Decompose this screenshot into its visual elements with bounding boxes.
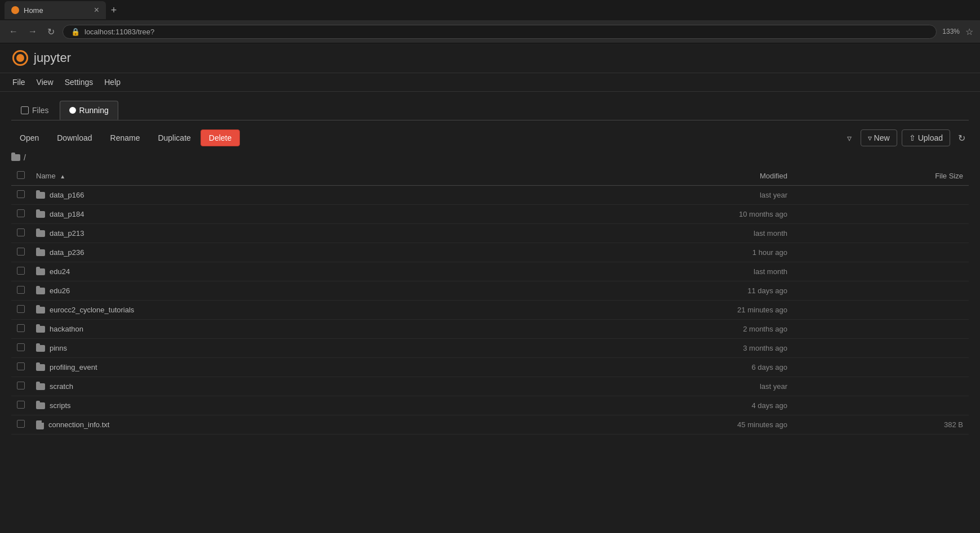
browser-tab[interactable]: Home × [5,1,106,19]
url-box[interactable]: 🔒 localhost:11083/tree? [63,25,937,39]
menu-help[interactable]: Help [103,75,122,89]
row-name-link[interactable]: edu24 [50,267,70,276]
menu-file[interactable]: File [11,75,26,89]
rename-button[interactable]: Rename [102,129,149,146]
download-button[interactable]: Download [48,129,100,146]
tab-running-label: Running [79,106,109,115]
refresh-button[interactable]: ↻ [955,131,969,146]
duplicate-button[interactable]: Duplicate [149,129,199,146]
file-icon [36,420,44,429]
row-filesize [793,224,969,243]
row-modified: 3 months ago [519,339,793,358]
row-checkbox[interactable] [17,190,25,198]
new-tab-button[interactable]: + [106,2,122,18]
row-filesize [793,243,969,262]
row-checkbox-cell [11,186,30,205]
row-modified: last year [519,186,793,205]
row-checkbox[interactable] [17,248,25,256]
row-checkbox-cell [11,301,30,320]
forward-button[interactable]: → [26,24,39,39]
row-checkbox[interactable] [17,362,25,370]
row-name-link[interactable]: profiling_event [50,363,97,371]
folder-icon [36,288,45,294]
row-checkbox-cell [11,262,30,281]
open-button[interactable]: Open [11,129,47,146]
row-checkbox[interactable] [17,229,25,236]
row-name-link[interactable]: scripts [50,401,71,410]
jupyter-logo-icon [11,49,29,67]
row-name-cell: pinns [30,339,519,358]
toolbar: Open Download Rename Duplicate Delete ▿ … [11,129,969,146]
row-name-link[interactable]: hackathon [50,325,83,333]
row-name-link[interactable]: scratch [50,382,73,391]
menu-view[interactable]: View [35,75,55,89]
upload-button[interactable]: ⇧ Upload [902,129,950,146]
row-checkbox-cell [11,281,30,301]
jupyter-header: jupyter [0,43,980,73]
row-name-link[interactable]: pinns [50,344,67,352]
jupyter-logo-text: jupyter [34,51,71,65]
row-modified: last year [519,377,793,396]
tab-close-button[interactable]: × [94,5,99,15]
jupyter-logo: jupyter [11,49,71,67]
row-checkbox[interactable] [17,382,25,389]
tab-files[interactable]: Files [11,101,59,120]
delete-button[interactable]: Delete [201,129,240,146]
row-checkbox-cell [11,396,30,415]
tab-title: Home [24,6,43,15]
row-name-cell: data_p184 [30,205,519,224]
table-row: data_p166last year [11,186,969,205]
row-modified: 6 days ago [519,358,793,377]
reload-button[interactable]: ↻ [45,24,57,39]
folder-icon [36,268,45,275]
row-checkbox[interactable] [17,267,25,275]
tab-running[interactable]: Running [60,101,118,120]
row-checkbox-cell [11,358,30,377]
row-checkbox[interactable] [17,305,25,313]
select-all-checkbox[interactable] [17,171,25,179]
table-row: data_p18410 months ago [11,205,969,224]
back-button[interactable]: ← [7,24,20,39]
column-name[interactable]: Name ▲ [30,167,519,186]
row-name-cell: scripts [30,396,519,415]
row-name-cell: edu26 [30,281,519,301]
menu-settings[interactable]: Settings [64,75,95,89]
row-name-link[interactable]: edu26 [50,286,70,295]
row-name-cell: data_p213 [30,224,519,243]
row-checkbox-cell [11,243,30,262]
bookmark-icon[interactable]: ☆ [965,26,973,37]
row-checkbox[interactable] [17,286,25,294]
row-checkbox-cell [11,205,30,224]
table-row: edu24last month [11,262,969,281]
row-filesize [793,320,969,339]
content-area: Files Running Open Download Rename Dupli… [0,92,980,444]
row-name-link[interactable]: data_p166 [50,191,84,199]
address-bar: ← → ↻ 🔒 localhost:11083/tree? 133% ☆ [0,20,980,43]
breadcrumb: / [11,153,969,162]
row-checkbox[interactable] [17,420,25,428]
row-name-cell: scratch [30,377,519,396]
row-checkbox[interactable] [17,324,25,332]
row-name-link[interactable]: eurocc2_cyclone_tutorials [50,306,134,314]
sort-arrow-icon: ▲ [60,173,65,180]
row-checkbox[interactable] [17,343,25,351]
row-filesize [793,205,969,224]
new-button[interactable]: ▿ New [861,129,897,146]
upload-label: Upload [918,133,943,142]
row-name-cell: edu24 [30,262,519,281]
row-name-cell: data_p236 [30,243,519,262]
row-name-link[interactable]: data_p184 [50,210,84,218]
row-name-link[interactable]: data_p213 [50,229,84,238]
security-icon: 🔒 [71,28,80,36]
table-row: eurocc2_cyclone_tutorials21 minutes ago [11,301,969,320]
new-label: New [874,133,890,142]
row-name-link[interactable]: connection_info.txt [48,420,109,429]
row-checkbox[interactable] [17,401,25,409]
row-checkbox[interactable] [17,209,25,217]
row-name-cell: data_p166 [30,186,519,205]
row-modified: 4 days ago [519,396,793,415]
row-name-link[interactable]: data_p236 [50,248,84,257]
row-modified: 1 hour ago [519,243,793,262]
filter-button[interactable]: ▿ [843,131,856,146]
tab-files-label: Files [32,106,49,115]
